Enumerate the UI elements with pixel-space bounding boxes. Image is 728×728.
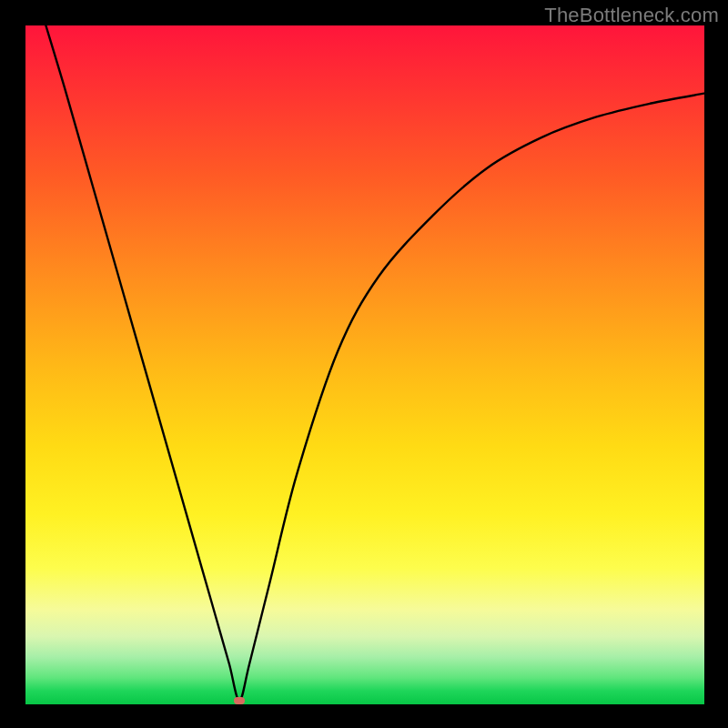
bottleneck-curve: [25, 25, 704, 704]
chart-frame: TheBottleneck.com: [0, 0, 728, 728]
plot-area: [25, 25, 704, 704]
optimal-point-marker: [234, 697, 245, 704]
watermark-text: TheBottleneck.com: [544, 4, 719, 27]
